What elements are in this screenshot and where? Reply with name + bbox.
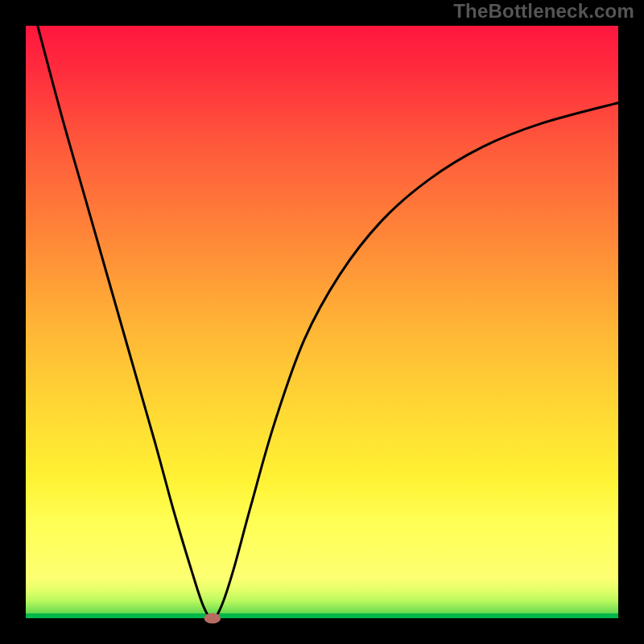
curve-min-marker [204,613,221,623]
watermark-label: TheBottleneck.com [453,0,634,23]
plot-area [26,26,618,618]
chart-frame: TheBottleneck.com [0,0,644,644]
plot-svg [26,26,618,618]
bottleneck-curve [38,26,618,618]
